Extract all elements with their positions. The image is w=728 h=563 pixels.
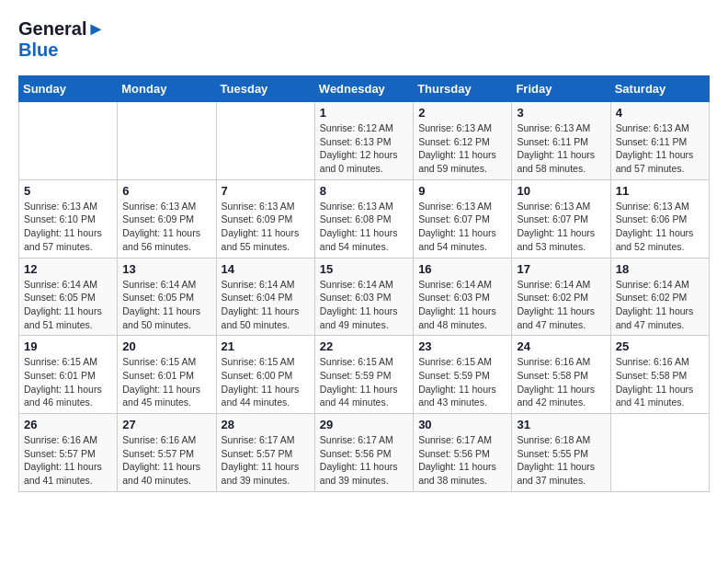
- calendar-cell: 21Sunrise: 6:15 AMSunset: 6:00 PMDayligh…: [216, 336, 314, 414]
- calendar-cell: 11Sunrise: 6:13 AMSunset: 6:06 PMDayligh…: [610, 179, 709, 258]
- day-number: 7: [222, 184, 310, 198]
- day-number: 28: [222, 418, 310, 431]
- calendar-cell: 26Sunrise: 6:16 AMSunset: 5:57 PMDayligh…: [19, 414, 118, 492]
- day-number: 1: [320, 106, 408, 120]
- calendar-cell: 14Sunrise: 6:14 AMSunset: 6:04 PMDayligh…: [216, 258, 314, 336]
- weekday-header-thursday: Thursday: [414, 76, 512, 102]
- calendar-cell: 9Sunrise: 6:13 AMSunset: 6:07 PMDaylight…: [414, 179, 512, 258]
- calendar-cell: 6Sunrise: 6:13 AMSunset: 6:09 PMDaylight…: [118, 179, 216, 258]
- calendar-cell: 19Sunrise: 6:15 AMSunset: 6:01 PMDayligh…: [19, 336, 118, 414]
- calendar-cell: 31Sunrise: 6:18 AMSunset: 5:55 PMDayligh…: [512, 414, 610, 492]
- calendar-cell: 10Sunrise: 6:13 AMSunset: 6:07 PMDayligh…: [512, 179, 610, 258]
- day-info: Sunrise: 6:13 AMSunset: 6:12 PMDaylight:…: [418, 121, 506, 176]
- day-number: 24: [517, 339, 605, 353]
- day-number: 11: [616, 184, 704, 198]
- day-info: Sunrise: 6:13 AMSunset: 6:08 PMDaylight:…: [320, 200, 408, 254]
- weekday-header-wednesday: Wednesday: [314, 76, 413, 102]
- day-number: 31: [517, 418, 605, 431]
- calendar-cell: [19, 102, 118, 180]
- calendar-cell: 7Sunrise: 6:13 AMSunset: 6:09 PMDaylight…: [216, 179, 314, 258]
- calendar-cell: 5Sunrise: 6:13 AMSunset: 6:10 PMDaylight…: [19, 179, 118, 258]
- day-number: 3: [517, 106, 605, 120]
- day-number: 2: [418, 106, 506, 120]
- day-number: 21: [222, 339, 310, 353]
- day-info: Sunrise: 6:15 AMSunset: 5:59 PMDaylight:…: [320, 355, 408, 409]
- day-number: 12: [24, 262, 112, 276]
- day-info: Sunrise: 6:15 AMSunset: 5:59 PMDaylight:…: [418, 355, 506, 409]
- calendar-cell: 20Sunrise: 6:15 AMSunset: 6:01 PMDayligh…: [118, 336, 216, 414]
- day-number: 18: [616, 262, 704, 276]
- calendar-cell: 24Sunrise: 6:16 AMSunset: 5:58 PMDayligh…: [512, 336, 610, 414]
- calendar-cell: 22Sunrise: 6:15 AMSunset: 5:59 PMDayligh…: [314, 336, 413, 414]
- calendar-cell: 30Sunrise: 6:17 AMSunset: 5:56 PMDayligh…: [414, 414, 512, 492]
- day-number: 26: [24, 418, 112, 431]
- day-number: 20: [122, 339, 210, 353]
- day-info: Sunrise: 6:14 AMSunset: 6:03 PMDaylight:…: [320, 278, 408, 332]
- day-info: Sunrise: 6:13 AMSunset: 6:11 PMDaylight:…: [616, 121, 704, 176]
- day-number: 5: [24, 184, 112, 198]
- day-info: Sunrise: 6:13 AMSunset: 6:07 PMDaylight:…: [517, 200, 605, 254]
- calendar-cell: 16Sunrise: 6:14 AMSunset: 6:03 PMDayligh…: [414, 258, 512, 336]
- day-info: Sunrise: 6:15 AMSunset: 6:01 PMDaylight:…: [24, 355, 112, 409]
- day-number: 22: [320, 339, 408, 353]
- day-number: 16: [418, 262, 506, 276]
- day-number: 29: [320, 418, 408, 431]
- day-info: Sunrise: 6:17 AMSunset: 5:56 PMDaylight:…: [320, 433, 408, 488]
- day-info: Sunrise: 6:13 AMSunset: 6:09 PMDaylight:…: [122, 200, 210, 254]
- calendar-cell: 29Sunrise: 6:17 AMSunset: 5:56 PMDayligh…: [314, 414, 413, 492]
- day-number: 30: [418, 418, 506, 431]
- day-info: Sunrise: 6:16 AMSunset: 5:57 PMDaylight:…: [24, 433, 112, 488]
- day-info: Sunrise: 6:13 AMSunset: 6:09 PMDaylight:…: [222, 200, 310, 254]
- day-number: 17: [517, 262, 605, 276]
- day-info: Sunrise: 6:17 AMSunset: 5:56 PMDaylight:…: [418, 433, 506, 488]
- weekday-header-friday: Friday: [512, 76, 610, 102]
- calendar-table: SundayMondayTuesdayWednesdayThursdayFrid…: [18, 75, 710, 492]
- page-header: General► Blue: [18, 18, 710, 61]
- day-info: Sunrise: 6:18 AMSunset: 5:55 PMDaylight:…: [517, 433, 605, 488]
- weekday-header-sunday: Sunday: [19, 76, 118, 102]
- calendar-cell: 4Sunrise: 6:13 AMSunset: 6:11 PMDaylight…: [610, 102, 709, 180]
- day-number: 8: [320, 184, 408, 198]
- day-number: 23: [418, 339, 506, 353]
- day-info: Sunrise: 6:16 AMSunset: 5:58 PMDaylight:…: [616, 355, 704, 409]
- weekday-header-saturday: Saturday: [610, 76, 709, 102]
- calendar-cell: 12Sunrise: 6:14 AMSunset: 6:05 PMDayligh…: [19, 258, 118, 336]
- day-info: Sunrise: 6:15 AMSunset: 6:01 PMDaylight:…: [122, 355, 210, 409]
- weekday-header-monday: Monday: [118, 76, 216, 102]
- calendar-cell: [216, 102, 314, 180]
- weekday-header-tuesday: Tuesday: [216, 76, 314, 102]
- calendar-cell: 23Sunrise: 6:15 AMSunset: 5:59 PMDayligh…: [414, 336, 512, 414]
- day-number: 9: [418, 184, 506, 198]
- logo-line1: General►: [18, 18, 105, 40]
- calendar-cell: 18Sunrise: 6:14 AMSunset: 6:02 PMDayligh…: [610, 258, 709, 336]
- day-number: 25: [616, 339, 704, 353]
- calendar-cell: 27Sunrise: 6:16 AMSunset: 5:57 PMDayligh…: [118, 414, 216, 492]
- calendar-cell: 28Sunrise: 6:17 AMSunset: 5:57 PMDayligh…: [216, 414, 314, 492]
- day-number: 13: [122, 262, 210, 276]
- logo-line2: Blue: [18, 40, 105, 61]
- logo: General► Blue: [18, 18, 105, 61]
- calendar-cell: [610, 414, 709, 492]
- day-info: Sunrise: 6:12 AMSunset: 6:13 PMDaylight:…: [320, 121, 408, 176]
- calendar-cell: 2Sunrise: 6:13 AMSunset: 6:12 PMDaylight…: [414, 102, 512, 180]
- day-number: 15: [320, 262, 408, 276]
- day-number: 6: [122, 184, 210, 198]
- day-info: Sunrise: 6:13 AMSunset: 6:10 PMDaylight:…: [24, 200, 112, 254]
- day-info: Sunrise: 6:17 AMSunset: 5:57 PMDaylight:…: [222, 433, 310, 488]
- day-info: Sunrise: 6:13 AMSunset: 6:11 PMDaylight:…: [517, 121, 605, 176]
- day-info: Sunrise: 6:14 AMSunset: 6:03 PMDaylight:…: [418, 278, 506, 332]
- day-number: 10: [517, 184, 605, 198]
- day-info: Sunrise: 6:14 AMSunset: 6:04 PMDaylight:…: [222, 278, 310, 332]
- day-number: 14: [222, 262, 310, 276]
- day-info: Sunrise: 6:14 AMSunset: 6:02 PMDaylight:…: [517, 278, 605, 332]
- calendar-cell: 13Sunrise: 6:14 AMSunset: 6:05 PMDayligh…: [118, 258, 216, 336]
- day-number: 19: [24, 339, 112, 353]
- day-number: 4: [616, 106, 704, 120]
- calendar-cell: [118, 102, 216, 180]
- day-info: Sunrise: 6:16 AMSunset: 5:58 PMDaylight:…: [517, 355, 605, 409]
- calendar-cell: 15Sunrise: 6:14 AMSunset: 6:03 PMDayligh…: [314, 258, 413, 336]
- day-info: Sunrise: 6:16 AMSunset: 5:57 PMDaylight:…: [122, 433, 210, 488]
- day-info: Sunrise: 6:13 AMSunset: 6:07 PMDaylight:…: [418, 200, 506, 254]
- day-info: Sunrise: 6:14 AMSunset: 6:02 PMDaylight:…: [616, 278, 704, 332]
- calendar-cell: 25Sunrise: 6:16 AMSunset: 5:58 PMDayligh…: [610, 336, 709, 414]
